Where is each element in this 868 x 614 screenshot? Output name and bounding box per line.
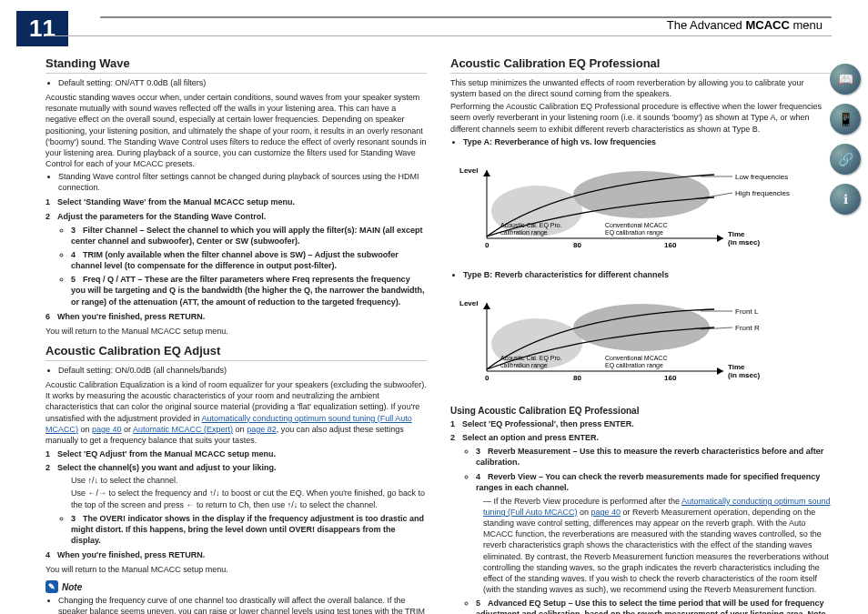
svg-text:EQ calibration range: EQ calibration range xyxy=(605,229,663,237)
label: Reverb Measurement xyxy=(488,447,570,456)
heading-eq-adjust: Acoustic Calibration EQ Adjust xyxy=(45,344,427,361)
label: Freq / Q / ATT xyxy=(83,275,136,284)
sw-step-2-text: Adjust the parameters for the Standing W… xyxy=(57,212,266,221)
t: Select the channel(s) you want and adjus… xyxy=(57,463,277,472)
t: Select 'EQ Professional', then press ENT… xyxy=(462,419,634,428)
svg-text:0: 0 xyxy=(485,374,490,382)
link-auto-mcacc-expert[interactable]: Automatic MCACC (Expert) xyxy=(133,425,233,434)
svg-marker-23 xyxy=(483,303,490,309)
svg-text:Level: Level xyxy=(459,299,478,307)
eqa-step-3: When you're finished, press RETURN. xyxy=(45,549,427,560)
t: If the Reverb View procedure is performe… xyxy=(494,497,681,506)
eqa-return: You will return to the Manual MCACC setu… xyxy=(45,564,427,575)
svg-text:calibration range: calibration range xyxy=(500,229,548,237)
svg-text:0: 0 xyxy=(485,241,490,249)
sw-return: You will return to the Manual MCACC setu… xyxy=(45,326,427,337)
type-b-label: Type B: Reverb characteristics for diffe… xyxy=(463,270,669,279)
type-a-label: Type A: Reverberance of high vs. low fre… xyxy=(463,137,656,146)
svg-text:Acoustic Cal. EQ Pro.: Acoustic Cal. EQ Pro. xyxy=(500,222,562,229)
pro-p2: Performing the Acoustic Calibration EQ P… xyxy=(450,101,832,134)
t: or xyxy=(122,425,134,434)
note-label: Note xyxy=(62,582,82,592)
svg-text:calibration range: calibration range xyxy=(500,362,548,369)
pro-p1: This setup minimizes the unwanted effect… xyxy=(450,77,832,99)
svg-text:Time: Time xyxy=(728,363,745,371)
svg-text:High frequencies: High frequencies xyxy=(735,189,790,197)
t: on xyxy=(578,508,591,517)
label: TRIM xyxy=(83,250,103,259)
label: Filter Channel xyxy=(83,226,137,235)
link-page-40[interactable]: page 40 xyxy=(92,425,122,434)
t: Select an option and press ENTER. xyxy=(462,433,599,442)
svg-text:Low frequencies: Low frequencies xyxy=(735,173,788,181)
label: Advanced EQ Setup xyxy=(488,599,566,608)
svg-text:Conventional MCACC: Conventional MCACC xyxy=(605,222,667,228)
sw-step-3-text: When you're finished, press RETURN. xyxy=(57,312,205,321)
svg-marker-3 xyxy=(483,170,490,176)
sw-default: Default setting: ON/ATT 0.0dB (all filte… xyxy=(58,77,427,88)
diagram-type-a: Level Time (in msec) 0 80 160 Low freque… xyxy=(450,156,823,257)
t: on xyxy=(233,425,247,434)
link-page-40-2[interactable]: page 40 xyxy=(591,508,621,517)
svg-text:Conventional MCACC: Conventional MCACC xyxy=(605,355,667,361)
svg-text:80: 80 xyxy=(573,374,581,382)
sw-trim: TRIM (only available when the filter cha… xyxy=(71,249,427,271)
breadcrumb-suffix: menu xyxy=(790,18,823,32)
diagram-type-b: Level Time (in msec) 0 80 160 Front L Fr… xyxy=(450,289,823,389)
reverb-view: Reverb View – You can check the reverb m… xyxy=(476,471,832,596)
info-icon[interactable]: ℹ xyxy=(830,184,861,215)
remote-icon[interactable]: 📱 xyxy=(830,104,861,135)
svg-text:160: 160 xyxy=(664,374,677,382)
breadcrumb-prefix: The Advanced xyxy=(667,18,746,32)
svg-marker-21 xyxy=(717,367,723,375)
t: Select 'EQ Adjust' from the Manual MCACC… xyxy=(57,449,276,458)
using-step-2: Select an option and press ENTER. Reverb… xyxy=(450,432,832,614)
svg-text:EQ calibration range: EQ calibration range xyxy=(605,362,663,369)
t: When you're finished, press RETURN. xyxy=(57,550,205,559)
sw-step-2: Adjust the parameters for the Standing W… xyxy=(45,211,427,307)
heading-standing-wave: Standing Wave xyxy=(45,56,427,74)
svg-text:Acoustic Cal. EQ Pro.: Acoustic Cal. EQ Pro. xyxy=(500,355,562,362)
svg-text:Time: Time xyxy=(728,230,745,238)
heading-eq-professional: Acoustic Calibration EQ Professional xyxy=(450,56,832,74)
side-nav-icons: 📖 📱 🔗 ℹ xyxy=(830,64,861,215)
eqa-over-note: The OVER! indicator shows in the display… xyxy=(71,513,427,546)
using-step-1: Select 'EQ Professional', then press ENT… xyxy=(450,418,832,429)
t: on xyxy=(78,425,92,434)
eqa-step-2: Select the channel(s) you want and adjus… xyxy=(45,462,427,546)
network-icon[interactable]: 🔗 xyxy=(830,144,861,175)
sw-step-1-text: Select 'Standing Wave' from the Manual M… xyxy=(57,197,295,206)
sw-freq-q-att: Freq / Q / ATT – These are the filter pa… xyxy=(71,274,427,307)
svg-text:Front R: Front R xyxy=(735,324,760,332)
sw-step-3: When you're finished, press RETURN. xyxy=(45,311,427,322)
svg-text:Level: Level xyxy=(459,166,478,175)
sw-paragraph: Acoustic standing waves occur when, unde… xyxy=(45,92,427,169)
svg-text:(in msec): (in msec) xyxy=(728,371,760,379)
advanced-eq-setup: Advanced EQ Setup – Use this to select t… xyxy=(476,598,832,614)
eqa-s2-p2: Use ←/→ to select the frequency and ↑/↓ … xyxy=(58,488,427,509)
breadcrumb: The Advanced MCACC menu xyxy=(45,18,832,36)
sw-step-1: Select 'Standing Wave' from the Manual M… xyxy=(45,196,427,207)
reverb-measurement: Reverb Measurement – Use this to measure… xyxy=(476,446,832,468)
note-icon: ✎ xyxy=(45,580,58,593)
note-bullet: Changing the frequency curve of one chan… xyxy=(58,595,427,614)
eqa-step-1: Select 'EQ Adjust' from the Manual MCACC… xyxy=(45,448,427,459)
svg-text:80: 80 xyxy=(573,241,581,249)
eqa-default: Default setting: ON/0.0dB (all channels/… xyxy=(58,365,427,376)
link-page-82[interactable]: page 82 xyxy=(247,425,277,434)
right-column: Acoustic Calibration EQ Professional Thi… xyxy=(450,49,832,614)
svg-marker-1 xyxy=(717,235,723,242)
left-column: Standing Wave Default setting: ON/ATT 0.… xyxy=(45,49,427,614)
svg-text:(in msec): (in msec) xyxy=(728,238,760,247)
svg-text:Front L: Front L xyxy=(735,307,759,316)
t: or Reverb Measurement operation, dependi… xyxy=(483,508,829,594)
breadcrumb-bold: MCACC xyxy=(745,18,789,32)
label: Reverb View xyxy=(488,472,536,481)
sw-hdmi-note: Standing Wave control filter settings ca… xyxy=(58,171,427,193)
desc: (only available when the filter channel … xyxy=(71,250,399,270)
eqa-paragraph: Acoustic Calibration Equalization is a k… xyxy=(45,379,427,446)
svg-text:160: 160 xyxy=(664,241,677,249)
book-icon[interactable]: 📖 xyxy=(830,64,861,95)
heading-using-eq-pro: Using Acoustic Calibration EQ Profession… xyxy=(450,406,832,416)
sw-filter-channel: Filter Channel – Select the channel to w… xyxy=(71,225,427,247)
